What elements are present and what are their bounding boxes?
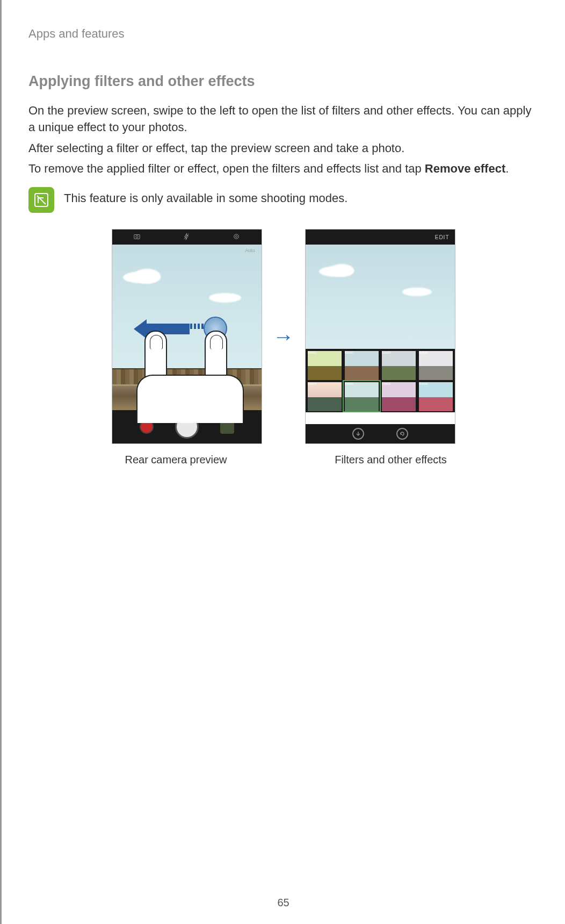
remove-effect-label: Remove effect	[425, 162, 505, 175]
hand-illustration	[136, 375, 244, 423]
figure-row: Auto → EDIT	[28, 229, 538, 444]
screenshot-filters: EDIT Basic Basic Basic Basic	[305, 229, 455, 444]
flash-icon	[183, 233, 190, 241]
filter-label: Basic	[345, 350, 354, 354]
page-header: Apps and features	[28, 27, 538, 41]
caption-row: Rear camera preview Filters and other ef…	[28, 454, 538, 466]
filter-label: Basic	[308, 350, 317, 354]
filter-thumb: Basic	[418, 350, 454, 380]
filter-label: Basic	[382, 350, 391, 354]
swipe-gesture-illustration	[139, 305, 236, 412]
paragraph-1: On the preview screen, swipe to the left…	[28, 103, 538, 136]
screenshot-rear-camera: Auto	[112, 229, 262, 444]
paragraph-2: After selecting a filter or effect, tap …	[28, 140, 538, 157]
filter-label: Basic	[419, 350, 428, 354]
filter-grid: Basic Basic Basic Basic Basic Basic	[306, 349, 455, 412]
filters-bottombar	[306, 424, 455, 443]
transition-arrow-icon: →	[273, 325, 294, 349]
filter-label: Basic	[419, 382, 428, 385]
edit-label: EDIT	[435, 234, 450, 240]
svg-point-4	[234, 234, 238, 239]
mode-label: Auto	[245, 248, 255, 253]
section-title: Applying filters and other effects	[28, 73, 538, 90]
page-number: 65	[277, 897, 289, 909]
paragraph-3: To remove the applied filter or effect, …	[28, 161, 538, 177]
filter-thumb: Basic	[381, 350, 417, 380]
filter-label: Basic	[345, 382, 354, 385]
svg-point-5	[235, 235, 237, 238]
paragraph-3a: To remove the applied filter or effect, …	[28, 162, 425, 175]
svg-point-2	[136, 235, 138, 238]
refresh-filter-icon	[396, 428, 408, 440]
filter-thumb: Basic	[381, 381, 417, 411]
paragraph-3c: .	[505, 162, 509, 175]
filter-label: Basic	[308, 382, 317, 385]
filter-thumb: Basic	[344, 350, 380, 380]
filters-preview-sky	[306, 245, 455, 349]
caption-left: Rear camera preview	[101, 454, 251, 466]
svg-rect-1	[134, 235, 140, 239]
filter-label: Basic	[382, 382, 391, 385]
camera-topbar	[112, 230, 262, 245]
settings-icon	[233, 233, 240, 241]
caption-right: Filters and other effects	[316, 454, 466, 466]
note-text: This feature is only available in some s…	[64, 187, 347, 205]
filter-thumb: Basic	[344, 381, 380, 411]
switch-camera-icon	[133, 233, 141, 241]
download-filter-icon	[352, 428, 364, 440]
filter-thumb: Basic	[418, 381, 454, 411]
filter-thumb: Basic	[307, 350, 343, 380]
note-block: This feature is only available in some s…	[28, 187, 538, 213]
filter-thumb: Basic	[307, 381, 343, 411]
filters-topbar: EDIT	[306, 230, 455, 245]
note-icon	[28, 187, 54, 213]
